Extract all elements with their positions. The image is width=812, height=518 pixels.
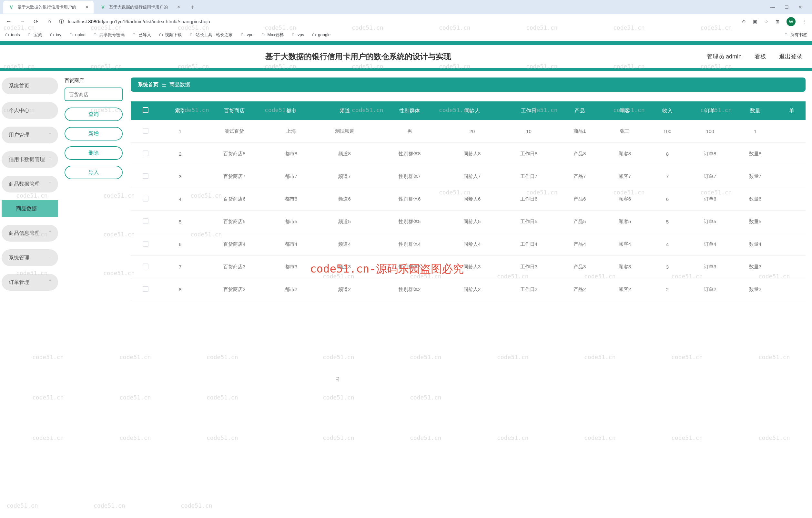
filter-button-导入[interactable]: 导入	[64, 166, 123, 179]
minimize-icon[interactable]: —	[771, 4, 775, 10]
window-controls: — ☐ ✕	[764, 4, 809, 10]
url-path: /django1yd16/admin/dist/index.html#/shan…	[99, 19, 210, 24]
bookmark-label: 已导入	[139, 32, 151, 38]
maximize-icon[interactable]: ☐	[785, 4, 789, 10]
row-checkbox[interactable]	[143, 196, 148, 201]
close-window-icon[interactable]: ✕	[799, 4, 802, 10]
row-checkbox[interactable]	[143, 173, 148, 179]
sidebar-item[interactable]: 信用卡数据管理˅	[2, 151, 58, 168]
bookmark-label: 视频下载	[165, 32, 182, 38]
watermark: code51.cn	[410, 434, 441, 441]
sidebar-item[interactable]: 个人中心	[2, 102, 58, 119]
close-tab-icon[interactable]: ×	[177, 4, 180, 10]
back-button[interactable]: ←	[5, 18, 12, 25]
admin-label[interactable]: 管理员 admin	[707, 53, 742, 60]
browser-tab[interactable]: V基于大数据的银行信用卡用户的×	[3, 1, 94, 13]
sidebar-item[interactable]: 系统管理˅	[2, 249, 58, 266]
breadcrumb-sep-icon: ☰	[162, 82, 166, 88]
extensions-icon[interactable]: ⊞	[776, 19, 779, 24]
bookmark-item[interactable]: 🗀vps	[291, 32, 304, 38]
site-info-icon[interactable]: ⓘ	[59, 19, 64, 25]
vue-icon: V	[8, 4, 14, 10]
watermark: code51.cn	[497, 354, 529, 360]
table-cell	[778, 278, 806, 301]
row-checkbox[interactable]	[143, 241, 148, 247]
filter-button-查询[interactable]: 查询	[64, 108, 123, 121]
sidebar-item[interactable]: 系统首页	[2, 78, 58, 94]
table-cell: 同龄人4	[444, 233, 500, 256]
table-cell: 5	[160, 211, 200, 233]
bookmark-item[interactable]: 🗀视频下载	[159, 32, 182, 38]
table-row: 2百货商店8都市8频道8性别群体8同龄人8工作日8产品8顾客88订单8数量8	[131, 143, 806, 165]
bookmark-item[interactable]: 🗀宝藏	[27, 32, 42, 38]
table-header: 收入	[647, 101, 688, 120]
table-cell: 性别群体5	[375, 211, 444, 233]
bookmark-label: 站长工具 - 站长之家	[196, 32, 233, 38]
sidebar-subitem[interactable]: 商品数据	[2, 200, 58, 217]
sidebar-item-label: 订单管理	[9, 279, 29, 286]
kanban-link[interactable]: 看板	[755, 53, 766, 60]
sidebar-item[interactable]: 订单管理˅	[2, 274, 58, 291]
bookmark-item[interactable]: 🗀已导入	[132, 32, 151, 38]
bookmark-item[interactable]: 🗀txy	[50, 32, 61, 38]
filter-button-删除[interactable]: 删除	[64, 146, 123, 160]
watermark: code51.cn	[94, 502, 125, 509]
bookmark-item[interactable]: 🗀google	[312, 32, 330, 38]
watermark: code51.cn	[119, 354, 151, 360]
table-header	[131, 101, 160, 120]
table-header: 索引	[160, 101, 200, 120]
row-checkbox[interactable]	[143, 151, 148, 156]
select-all-checkbox[interactable]	[143, 107, 148, 113]
menu-icon[interactable]: ⋮	[803, 19, 807, 24]
sidebar-item[interactable]: 商品数据管理˄	[2, 176, 58, 192]
home-button[interactable]: ⌂	[46, 18, 53, 25]
url-field[interactable]: ⓘ localhost:8080/django1yd16/admin/dist/…	[59, 19, 736, 25]
breadcrumb-home[interactable]: 系统首页	[138, 81, 158, 88]
profile-avatar[interactable]: W	[786, 17, 795, 26]
search-input[interactable]	[64, 87, 123, 101]
chevron-up-icon: ˄	[49, 182, 51, 186]
bookmark-item[interactable]: 🗀tools	[5, 32, 20, 38]
filter-panel: 百货商店 查询新增删除导入	[64, 78, 124, 301]
sidebar: 系统首页个人中心用户管理˅信用卡数据管理˅商品数据管理˄商品数据商品信息管理˅系…	[0, 78, 58, 301]
row-checkbox[interactable]	[143, 264, 148, 269]
row-checkbox[interactable]	[143, 128, 148, 134]
sidebar-item-label: 系统管理	[9, 254, 29, 261]
table-cell: 百货商店2	[200, 278, 269, 301]
watermark: code51.cn	[207, 434, 238, 441]
forward-button[interactable]: →	[19, 18, 26, 25]
sidebar-item-label: 系统首页	[9, 83, 29, 89]
watermark: code51.cn	[32, 354, 64, 360]
sidebar-item[interactable]: 商品信息管理˅	[2, 225, 58, 242]
bookmark-item[interactable]: 🗀站长工具 - 站长之家	[190, 32, 233, 38]
folder-icon: 🗀	[93, 32, 97, 37]
table-cell	[778, 143, 806, 165]
password-icon[interactable]: ⊖	[742, 19, 746, 24]
bookmark-item[interactable]: 🗀vpn	[240, 32, 253, 38]
reload-button[interactable]: ⟳	[32, 18, 40, 25]
table-cell: 100	[647, 120, 688, 143]
row-checkbox[interactable]	[143, 218, 148, 224]
row-checkbox[interactable]	[143, 286, 148, 292]
folder-icon: 🗀	[69, 32, 73, 37]
browser-tab[interactable]: V基于大数据的银行信用卡用户的×	[95, 1, 185, 13]
close-tab-icon[interactable]: ×	[86, 4, 88, 10]
bookmark-star-icon[interactable]: ☆	[764, 19, 768, 24]
bookmark-item[interactable]: 🗀uplod	[69, 32, 86, 38]
filter-label: 百货商店	[64, 78, 124, 84]
bookmark-label: vps	[297, 32, 304, 37]
logout-link[interactable]: 退出登录	[779, 53, 802, 60]
table-cell: 2	[160, 143, 200, 165]
new-tab-button[interactable]: +	[186, 4, 198, 11]
bookmark-item[interactable]: 🗀Max云梯	[261, 32, 284, 38]
sidebar-item[interactable]: 用户管理˅	[2, 127, 58, 143]
table-cell: 订单8	[688, 143, 733, 165]
filter-button-新增[interactable]: 新增	[64, 127, 123, 140]
folder-icon: 🗀	[261, 32, 265, 37]
bookmark-item[interactable]: 🗀共享账号密码	[93, 32, 124, 38]
chevron-down-icon: ˅	[49, 231, 51, 236]
table-cell: 产品4	[557, 233, 602, 256]
all-bookmarks[interactable]: 🗀 所有书签	[784, 32, 807, 38]
lens-icon[interactable]: ▣	[753, 19, 757, 24]
table-cell: 频道6	[314, 188, 376, 211]
